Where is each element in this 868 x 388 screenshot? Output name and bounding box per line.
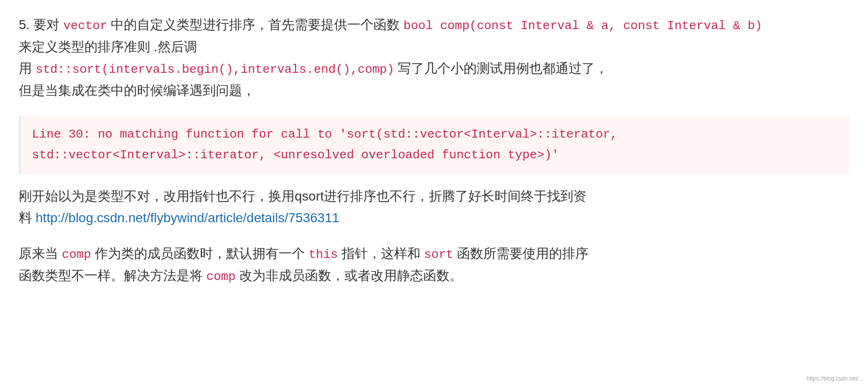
paragraph2-text1: 刚开始以为是类型不对，改用指针也不行，换用qsort进行排序也不行，折腾了好长时… — [19, 189, 586, 203]
para3-text5: 改为非成员函数，或者改用静态函数。 — [239, 268, 463, 283]
paragraph2-text2: 料 — [19, 210, 32, 225]
paragraph3: 原来当 comp 作为类的成员函数时，默认拥有一个 this 指针，这样和 so… — [19, 243, 849, 287]
comp2-code: comp — [206, 270, 236, 284]
func1-code: bool comp(const Interval & a, const Inte… — [404, 19, 762, 33]
sort-code: sort — [424, 248, 453, 262]
para3-text3: 指针，这样和 — [342, 246, 424, 261]
middle-text-2: 来定义类型的排序准则 .然后调 — [19, 39, 197, 54]
comp1-code: comp — [62, 248, 91, 262]
section5-paragraph: 5. 要对 vector 中的自定义类型进行排序，首先需要提供一个函数 bool… — [19, 14, 849, 101]
link-text: http://blog.csdn.net/flybywind/article/d… — [36, 210, 340, 225]
error-code-block: Line 30: no matching function for call t… — [19, 116, 849, 174]
content-wrapper: 5. 要对 vector 中的自定义类型进行排序，首先需要提供一个函数 bool… — [19, 14, 849, 287]
intro-text: 要对 — [33, 17, 60, 32]
csdn-link[interactable]: http://blog.csdn.net/flybywind/article/d… — [36, 210, 340, 225]
line2-prefix: 用 — [19, 61, 36, 76]
watermark: https://blog.csdn.net/... — [807, 374, 863, 383]
this-code: this — [309, 248, 338, 262]
section-number: 5. — [19, 17, 30, 32]
line2-suffix: 写了几个小的测试用例也都通过了， — [398, 61, 608, 76]
code-line-1: Line 30: no matching function for call t… — [32, 124, 838, 145]
middle-text-1: 中的自定义类型进行排序，首先需要提供一个函数 — [111, 17, 404, 32]
func2-code: std::sort(intervals.begin(),intervals.en… — [36, 62, 395, 77]
para3-text1: 原来当 — [19, 246, 62, 261]
paragraph2: 刚开始以为是类型不对，改用指针也不行，换用qsort进行排序也不行，折腾了好长时… — [19, 186, 849, 229]
para3-text4: 函数所需要使用的排序 — [457, 246, 588, 261]
para3-text2: 作为类的成员函数时，默认拥有一个 — [95, 246, 309, 261]
para3-line2: 函数类型不一样。解决方法是将 — [19, 268, 206, 283]
code-line-2: std::vector<Interval>::iterator, <unreso… — [32, 145, 838, 165]
vector-code: vector — [63, 19, 107, 33]
line3-text: 但是当集成在类中的时候编译遇到问题， — [19, 83, 255, 98]
